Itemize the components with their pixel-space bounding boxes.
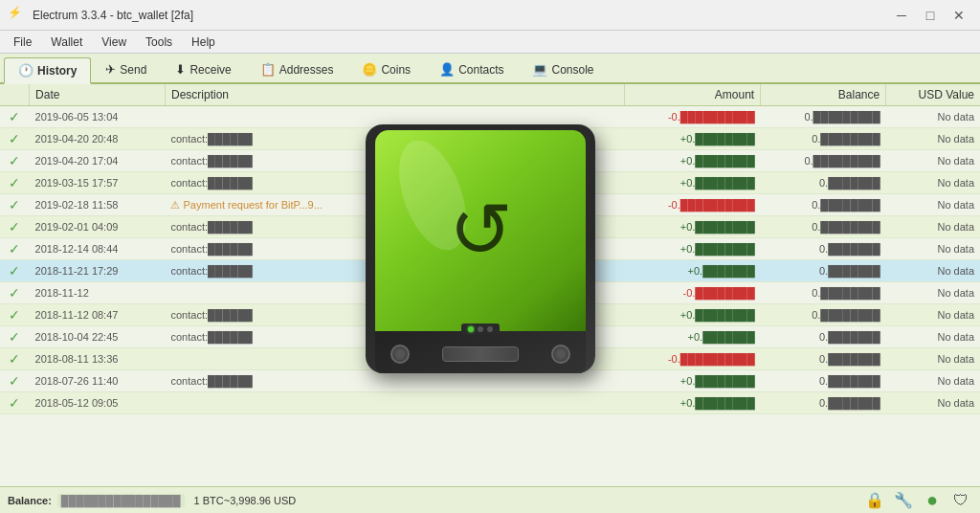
- tab-send-label: Send: [120, 63, 146, 77]
- row-amount: +0.███████: [625, 326, 761, 348]
- tab-history[interactable]: 🕐 History: [4, 57, 91, 84]
- row-amount: -0.██████████: [625, 348, 761, 370]
- tab-receive-label: Receive: [189, 63, 231, 77]
- maximize-button[interactable]: □: [917, 2, 944, 29]
- menu-help[interactable]: Help: [182, 31, 225, 53]
- col-header-description[interactable]: Description: [165, 84, 624, 106]
- row-balance: 0.████████: [761, 216, 886, 238]
- menu-view[interactable]: View: [92, 31, 136, 53]
- tab-addresses[interactable]: 📋 Addresses: [246, 56, 348, 82]
- table-row[interactable]: ✓2019-04-20 20:48contact:██████+0.██████…: [0, 128, 980, 150]
- row-date: 2018-11-12 08:47: [30, 304, 166, 326]
- table-row[interactable]: ✓2018-08-11 13:36-0.██████████0.███████N…: [0, 348, 980, 370]
- row-description: contact:██████: [165, 150, 624, 172]
- row-description: [165, 348, 624, 370]
- row-amount: +0.████████: [625, 392, 761, 414]
- close-button[interactable]: ✕: [946, 2, 972, 29]
- row-usd: No data: [886, 348, 980, 370]
- row-date: 2018-11-12: [30, 282, 166, 304]
- tab-receive[interactable]: ⬇ Receive: [161, 56, 245, 82]
- row-usd: No data: [886, 106, 980, 128]
- row-amount: +0.████████: [625, 238, 761, 260]
- table-row[interactable]: ✓2018-11-12-0.████████0.████████No data: [0, 282, 980, 304]
- tab-contacts-label: Contacts: [458, 63, 503, 77]
- row-balance: 0.███████: [761, 370, 886, 392]
- row-amount: +0.████████: [625, 172, 761, 194]
- row-balance: 0.████████: [761, 194, 886, 216]
- app-icon: ⚡: [8, 6, 27, 25]
- table-row[interactable]: ✓2018-12-14 08:44contact:██████+0.██████…: [0, 238, 980, 260]
- row-balance: 0.█████████: [761, 106, 886, 128]
- table-row[interactable]: ✓2018-07-26 11:40contact:██████+0.██████…: [0, 370, 980, 392]
- row-usd: No data: [886, 282, 980, 304]
- coins-tab-icon: 🪙: [362, 62, 377, 77]
- row-status: ✓: [0, 194, 30, 216]
- console-tab-icon: 💻: [532, 62, 547, 77]
- history-tab-icon: 🕐: [18, 63, 33, 78]
- row-date: 2019-02-18 11:58: [30, 194, 166, 216]
- row-date: 2019-06-05 13:04: [30, 106, 166, 128]
- table-row[interactable]: ✓2019-04-20 17:04contact:██████+0.██████…: [0, 150, 980, 172]
- menu-wallet[interactable]: Wallet: [41, 31, 92, 53]
- row-date: 2019-03-15 17:57: [30, 172, 166, 194]
- table-row[interactable]: ✓2019-02-18 11:58⚠ Payment request for B…: [0, 194, 980, 216]
- table-row[interactable]: ✓2018-11-21 17:29contact:██████+0.██████…: [0, 260, 980, 282]
- col-header-status: [0, 84, 30, 106]
- row-usd: No data: [886, 370, 980, 392]
- table-row[interactable]: ✓2018-11-12 08:47contact:██████+0.██████…: [0, 304, 980, 326]
- tab-console-label: Console: [551, 63, 593, 77]
- table-row[interactable]: ✓2018-10-04 22:45contact:██████+0.██████…: [0, 326, 980, 348]
- row-usd: No data: [886, 150, 980, 172]
- menu-file[interactable]: File: [4, 31, 41, 53]
- minimize-button[interactable]: ─: [888, 2, 915, 29]
- tab-contacts[interactable]: 👤 Contacts: [425, 56, 518, 82]
- row-balance: 0.███████: [761, 326, 886, 348]
- tools-icon[interactable]: 🔧: [892, 489, 915, 512]
- shield-icon[interactable]: 🛡: [949, 489, 972, 512]
- tab-send[interactable]: ✈ Send: [91, 56, 161, 82]
- row-date: 2019-04-20 20:48: [30, 128, 166, 150]
- row-balance: 0.████████: [761, 304, 886, 326]
- table-row[interactable]: ✓2018-05-12 09:05+0.████████0.███████No …: [0, 392, 980, 414]
- row-amount: +0.████████: [625, 150, 761, 172]
- row-amount: +0.████████: [625, 370, 761, 392]
- row-amount: +0.███████: [625, 260, 761, 282]
- row-usd: No data: [886, 304, 980, 326]
- table-row[interactable]: ✓2019-02-01 04:09contact:██████+0.██████…: [0, 216, 980, 238]
- window-controls: ─ □ ✕: [888, 2, 972, 29]
- table-row[interactable]: ✓2019-06-05 13:04-0.██████████0.████████…: [0, 106, 980, 128]
- row-status: ✓: [0, 282, 30, 304]
- content-area: Date Description Amount Balance USD Valu…: [0, 84, 980, 486]
- lock-icon[interactable]: 🔒: [863, 489, 886, 512]
- row-description: contact:██████: [165, 128, 624, 150]
- row-status: ✓: [0, 392, 30, 414]
- row-description: contact:██████: [165, 370, 624, 392]
- row-date: 2018-08-11 13:36: [30, 348, 166, 370]
- row-status: ✓: [0, 216, 30, 238]
- row-balance: 0.████████: [761, 282, 886, 304]
- history-table-container[interactable]: Date Description Amount Balance USD Valu…: [0, 84, 980, 486]
- row-balance: 0.█████████: [761, 150, 886, 172]
- table-row[interactable]: ✓2019-03-15 17:57contact:██████+0.██████…: [0, 172, 980, 194]
- row-usd: No data: [886, 216, 980, 238]
- row-description: contact:██████: [165, 238, 624, 260]
- col-header-date[interactable]: Date: [30, 84, 166, 106]
- status-dot-icon[interactable]: ●: [921, 489, 944, 512]
- row-description: contact:██████: [165, 172, 624, 194]
- tab-coins-label: Coins: [381, 63, 411, 77]
- col-header-balance[interactable]: Balance: [761, 84, 886, 106]
- col-header-usd[interactable]: USD Value: [886, 84, 980, 106]
- row-description: ⚠ Payment request for BitP...9...: [165, 194, 624, 216]
- row-amount: +0.████████: [625, 216, 761, 238]
- send-tab-icon: ✈: [105, 62, 116, 77]
- row-amount: -0.██████████: [625, 194, 761, 216]
- row-balance: 0.███████: [761, 238, 886, 260]
- row-status: ✓: [0, 370, 30, 392]
- menu-tools[interactable]: Tools: [136, 31, 182, 53]
- tab-coins[interactable]: 🪙 Coins: [347, 56, 425, 82]
- row-status: ✓: [0, 304, 30, 326]
- tab-console[interactable]: 💻 Console: [518, 56, 608, 82]
- col-header-amount[interactable]: Amount: [625, 84, 761, 106]
- row-usd: No data: [886, 194, 980, 216]
- row-amount: -0.██████████: [625, 106, 761, 128]
